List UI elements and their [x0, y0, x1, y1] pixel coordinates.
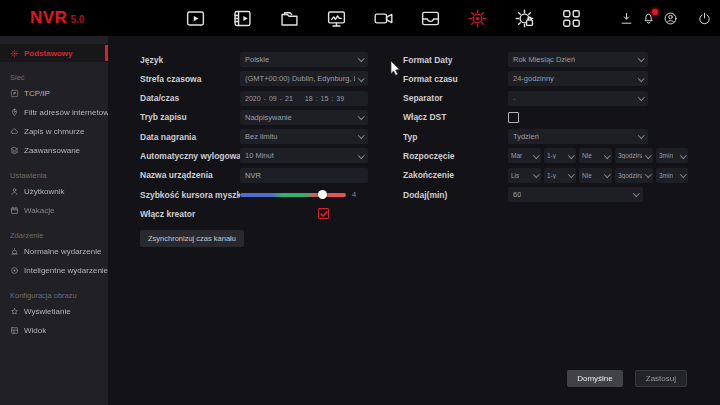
date-time-label: Data/czas — [140, 93, 240, 103]
slider-value: 4 — [352, 190, 356, 199]
sidebar-section-label: Konfiguracja obrazu — [0, 288, 108, 302]
datetime-segment: 15 — [321, 95, 329, 102]
datetime-segment: 39 — [336, 95, 344, 102]
chevron-down-icon — [680, 152, 686, 158]
sidebar-item-podstawowy[interactable]: Podstawowy — [0, 44, 108, 62]
dst-end-week-select[interactable]: 1-y — [544, 168, 576, 183]
sidebar-section-label: Zdarzenie — [0, 228, 108, 242]
user-account-icon[interactable] — [663, 11, 678, 26]
dst-start-hour-select[interactable]: 3godzina — [615, 148, 653, 163]
time-format-select[interactable]: 24-godzinny — [508, 71, 648, 86]
sidebar-item-wakacje[interactable]: Wakacje — [0, 201, 108, 220]
sidebar-item-label: Widok — [24, 326, 46, 335]
selected-value: 60 — [513, 190, 521, 199]
sync-channel-time-button[interactable]: Zsynchronizuj czas kanału — [140, 230, 244, 247]
sidebar-item-zaawansowane[interactable]: Zaawansowane — [0, 141, 108, 160]
sidebar-section-label: Sieć — [0, 70, 108, 84]
datetime-segment: 18 — [305, 95, 313, 102]
auto-logout-select[interactable]: 10 Minut — [240, 148, 368, 163]
field-row-time-format: Format czasu24-godzinny — [403, 71, 720, 86]
device-name-input[interactable]: NVR — [240, 168, 368, 183]
chevron-down-icon — [633, 190, 639, 196]
sidebar-item-label: Wakacje — [24, 206, 54, 215]
enable-wizard-checkbox[interactable] — [318, 208, 329, 219]
field-row-enable-dst: Włącz DST — [403, 110, 720, 125]
playback-icon[interactable] — [183, 8, 208, 29]
dst-start-month-select[interactable]: Mar — [508, 148, 541, 163]
selected-value: - — [513, 94, 516, 103]
sidebar-item-zapis-w-chmurze[interactable]: Zapis w chmurze — [0, 122, 108, 141]
date-format-select[interactable]: Rok Miesiąc Dzień — [508, 52, 648, 67]
separator-select[interactable]: - — [508, 91, 648, 106]
dst-end-month-select[interactable]: Lis — [508, 168, 541, 183]
sidebar-item-label: Zapis w chmurze — [24, 127, 84, 136]
alarm-bell-icon[interactable] — [641, 11, 656, 26]
apps-grid-icon[interactable] — [559, 8, 584, 29]
display-channel-icon[interactable] — [324, 8, 349, 29]
mouse-speed-slider[interactable] — [240, 193, 346, 197]
chevron-down-icon — [638, 75, 644, 81]
storage-icon[interactable] — [418, 8, 443, 29]
selected-value: Mar — [511, 152, 522, 159]
slider-thumb[interactable] — [318, 190, 327, 199]
device-name-label: Nazwa urządzenia — [140, 170, 240, 180]
chevron-down-icon — [533, 152, 539, 158]
field-row-enable-wizard: Włącz kreator — [140, 206, 403, 221]
sidebar-item-wyswietlanie[interactable]: Wyświetlanie — [0, 302, 108, 321]
datetime-segment: 09 — [269, 95, 277, 102]
settings-icon[interactable] — [465, 8, 490, 29]
form-column-left: JęzykPolskieStrefa czasowa(GMT+00:00) Du… — [140, 52, 403, 247]
date-time-input[interactable]: 2020-09-2118:15:39 — [240, 91, 368, 106]
dst-type-select[interactable]: Tydzień — [508, 129, 648, 144]
chevron-down-icon — [358, 152, 364, 158]
nvr-logo: NVR 5.0 — [30, 8, 84, 28]
chevron-down-icon — [645, 171, 651, 177]
record-mode-select[interactable]: Nadpisywanie — [240, 110, 368, 125]
dst-end-hour-select[interactable]: 3godzina — [615, 168, 653, 183]
sidebar-item-inteligentne-wydarzenie[interactable]: Inteligentne wydarzenie — [0, 261, 108, 280]
footer-buttons: Domyślne Zastosuj — [567, 370, 687, 387]
dst-end-day-select[interactable]: Nie — [579, 168, 612, 183]
power-icon[interactable] — [697, 11, 712, 26]
apply-button[interactable]: Zastosuj — [635, 370, 687, 387]
sidebar-item-label: Użytkownik — [24, 187, 64, 196]
field-row-date-format: Format DatyRok Miesiąc Dzień — [403, 52, 720, 67]
selected-value: Nie — [582, 152, 592, 159]
maintenance-icon[interactable] — [512, 8, 537, 29]
chevron-down-icon — [358, 75, 364, 81]
chevron-down-icon — [638, 55, 644, 61]
download-icon[interactable] — [619, 11, 634, 26]
camera-icon[interactable] — [371, 8, 396, 29]
dst-start-day-select[interactable]: Nie — [579, 148, 612, 163]
dst-start-week-select[interactable]: 1-y — [544, 148, 576, 163]
record-date-label: Data nagrania — [140, 132, 240, 142]
ip-icon: P — [10, 89, 19, 98]
sidebar-item-uzytkownik[interactable]: Użytkownik — [0, 182, 108, 201]
sidebar-item-normalne-wydarzenie[interactable]: Normalne wydarzenie — [0, 242, 108, 261]
record-mode-label: Tryb zapisu — [140, 112, 240, 122]
date-format-label: Format Daty — [403, 55, 508, 65]
gear-icon — [10, 49, 19, 58]
field-row-record-mode: Tryb zapisuNadpisywanie — [140, 110, 403, 125]
field-row-time-zone: Strefa czasowa(GMT+00:00) Dublin, Edynbu… — [140, 71, 403, 86]
field-row-separator: Separator- — [403, 91, 720, 106]
add-min-select[interactable]: 60 — [508, 187, 643, 202]
auto-logout-label: Automatyczny wylogowanie — [140, 151, 240, 161]
record-date-select[interactable]: Bez limitu — [240, 129, 368, 144]
selected-value: 3min — [659, 172, 673, 179]
chevron-down-icon — [533, 171, 539, 177]
dst-start-min-select[interactable]: 3min — [656, 148, 688, 163]
file-manager-icon[interactable] — [277, 8, 302, 29]
chevron-down-icon — [638, 94, 644, 100]
sidebar-item-tcpip[interactable]: PTCP/IP — [0, 84, 108, 103]
time-zone-select[interactable]: (GMT+00:00) Dublin, Edynburg, Londyn — [240, 71, 368, 86]
enable-dst-checkbox[interactable] — [508, 112, 519, 123]
dst-end-min-select[interactable]: 3min — [656, 168, 688, 183]
language-select[interactable]: Polskie — [240, 52, 368, 67]
sidebar-item-widok[interactable]: Widok — [0, 321, 108, 340]
chevron-down-icon — [638, 133, 644, 139]
video-file-icon[interactable] — [230, 8, 255, 29]
sidebar-item-filtr-adresow[interactable]: Filtr adresów internetowych — [0, 103, 108, 122]
default-button[interactable]: Domyślne — [567, 370, 623, 387]
separator-char: - — [264, 95, 266, 102]
